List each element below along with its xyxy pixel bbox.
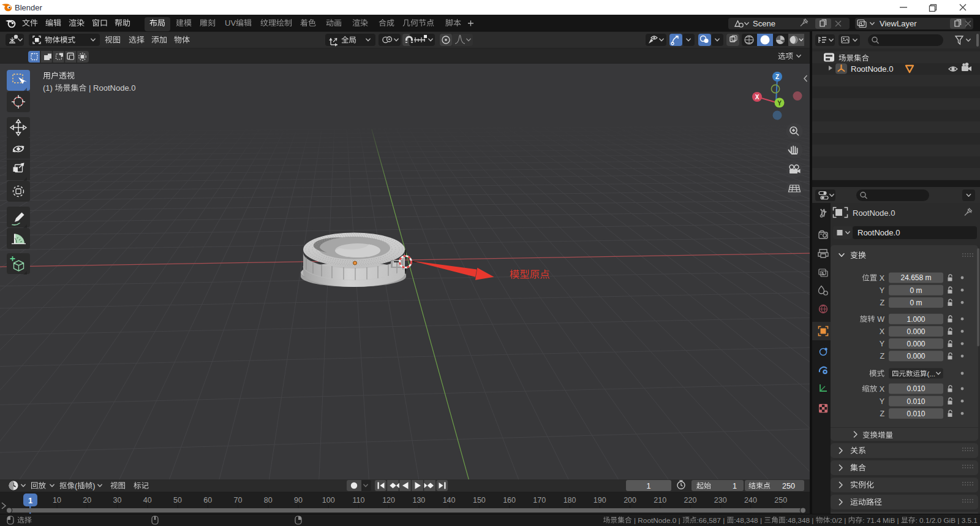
svg-text:Z: Z: [880, 410, 884, 418]
svg-text:230: 230: [714, 496, 727, 505]
svg-text:0.010: 0.010: [907, 410, 925, 418]
svg-text:30: 30: [113, 496, 122, 505]
svg-text:24.658 m: 24.658 m: [901, 273, 932, 282]
svg-text:1: 1: [733, 482, 737, 490]
svg-text:| RootNode.0 |: | RootNode.0 |: [634, 516, 680, 525]
svg-text:170: 170: [533, 496, 546, 505]
svg-text:Z: Z: [775, 74, 779, 80]
svg-text:W: W: [877, 315, 884, 324]
svg-text:): ): [92, 482, 95, 490]
svg-text:80: 80: [264, 496, 273, 505]
svg-text:ViewLayer: ViewLayer: [880, 19, 917, 28]
svg-text:Y: Y: [880, 286, 885, 295]
svg-text:110: 110: [352, 496, 364, 505]
svg-text:1: 1: [647, 482, 651, 490]
svg-text:250: 250: [774, 496, 787, 505]
svg-text:| RootNode.0: | RootNode.0: [89, 83, 135, 93]
svg-text:160: 160: [503, 496, 516, 505]
svg-text:RootNode.0: RootNode.0: [853, 208, 895, 218]
svg-text:60: 60: [203, 496, 212, 505]
svg-text:70: 70: [233, 496, 242, 505]
svg-text:100: 100: [322, 496, 335, 505]
svg-text:RootNode.0: RootNode.0: [858, 228, 900, 237]
svg-text:250: 250: [782, 482, 795, 490]
svg-text:Scene: Scene: [753, 19, 775, 28]
svg-text:: 0.1/2.0 GiB | 3.5.1: : 0.1/2.0 GiB | 3.5.1: [916, 516, 978, 525]
svg-text:20: 20: [83, 496, 91, 505]
svg-text:180: 180: [564, 496, 576, 505]
svg-text:(...: (...: [927, 370, 935, 378]
svg-text:1.000: 1.000: [907, 315, 925, 324]
svg-text:0.000: 0.000: [907, 340, 925, 348]
svg-text:: 71.4 MiB |: : 71.4 MiB |: [862, 516, 899, 525]
svg-text::48,348 |: :48,348 |: [734, 516, 762, 525]
svg-text:X: X: [880, 274, 885, 283]
svg-text:Z: Z: [880, 299, 884, 307]
svg-text:200: 200: [624, 496, 636, 505]
svg-text:0 m: 0 m: [910, 286, 922, 295]
svg-text:1: 1: [28, 496, 32, 505]
svg-text:140: 140: [443, 496, 456, 505]
svg-text:0 m: 0 m: [910, 299, 922, 307]
svg-text:RootNode.0: RootNode.0: [851, 64, 893, 74]
svg-text:0.010: 0.010: [907, 397, 925, 406]
svg-text::66,587 |: :66,587 |: [697, 516, 725, 525]
svg-text::0/2 |: :0/2 |: [830, 516, 846, 525]
svg-text:X: X: [880, 385, 885, 394]
svg-text:X: X: [880, 327, 885, 336]
svg-text:40: 40: [143, 496, 152, 505]
svg-text:90: 90: [294, 496, 303, 505]
svg-text:Z: Z: [880, 352, 884, 360]
svg-text:0.000: 0.000: [907, 352, 925, 360]
svg-text:Y: Y: [777, 100, 782, 107]
svg-text:210: 210: [654, 496, 666, 505]
svg-text:Y: Y: [880, 340, 885, 348]
svg-text:(1): (1): [43, 83, 53, 93]
svg-text:220: 220: [684, 496, 697, 505]
svg-text:10: 10: [53, 496, 61, 505]
svg-text:Y: Y: [880, 397, 885, 406]
svg-text::48,348 |: :48,348 |: [786, 516, 814, 525]
svg-text:240: 240: [744, 496, 757, 505]
svg-text:150: 150: [473, 496, 486, 505]
svg-text:X: X: [755, 94, 760, 101]
svg-text:190: 190: [594, 496, 606, 505]
svg-text:0.000: 0.000: [907, 327, 925, 336]
svg-text:0.010: 0.010: [907, 384, 925, 393]
svg-text:50: 50: [173, 496, 182, 505]
svg-text:130: 130: [412, 496, 425, 505]
svg-text:UV: UV: [225, 18, 236, 28]
svg-text:Blender: Blender: [15, 3, 42, 12]
svg-text:120: 120: [382, 496, 395, 505]
